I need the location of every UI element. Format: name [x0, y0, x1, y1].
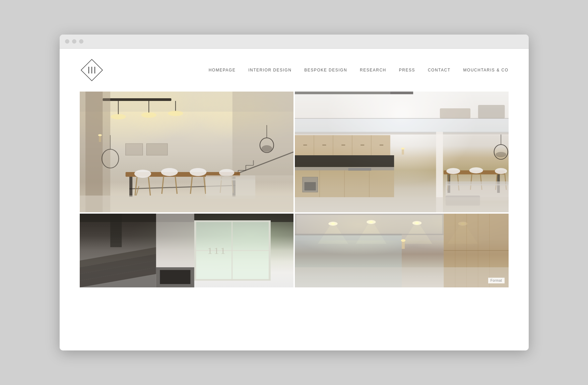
- svg-rect-78: [348, 168, 371, 171]
- svg-marker-131: [447, 226, 478, 244]
- svg-rect-57: [390, 92, 413, 94]
- svg-line-14: [232, 152, 293, 175]
- svg-rect-97: [446, 181, 509, 185]
- svg-rect-109: [194, 220, 196, 281]
- svg-point-123: [369, 221, 373, 223]
- nav-bespoke-design[interactable]: BESPOKE DESIGN: [304, 68, 347, 72]
- svg-rect-24: [85, 92, 103, 212]
- svg-rect-98: [446, 196, 480, 206]
- svg-rect-145: [295, 215, 297, 234]
- svg-rect-142: [295, 267, 509, 287]
- svg-point-80: [401, 148, 404, 150]
- svg-rect-27: [125, 172, 240, 177]
- svg-rect-65: [303, 145, 307, 146]
- svg-rect-112: [194, 279, 270, 281]
- svg-rect-70: [295, 155, 394, 167]
- svg-rect-47: [125, 144, 142, 155]
- svg-point-120: [328, 222, 337, 226]
- svg-rect-100: [80, 214, 156, 287]
- svg-marker-128: [318, 226, 348, 244]
- svg-point-121: [331, 223, 335, 225]
- svg-line-30: [129, 185, 236, 189]
- svg-rect-68: [360, 145, 364, 146]
- svg-point-84: [446, 168, 460, 174]
- svg-marker-130: [402, 225, 432, 244]
- svg-rect-8: [148, 101, 149, 113]
- svg-rect-7: [118, 101, 118, 114]
- svg-line-89: [480, 173, 482, 190]
- svg-rect-106: [110, 214, 122, 247]
- svg-point-26: [98, 134, 102, 136]
- svg-marker-101: [80, 267, 156, 287]
- svg-rect-56: [478, 105, 505, 118]
- svg-line-37: [175, 175, 177, 194]
- svg-rect-69: [379, 145, 383, 146]
- svg-rect-77: [304, 182, 316, 190]
- svg-point-124: [412, 221, 421, 225]
- svg-rect-45: [205, 175, 255, 180]
- svg-marker-103: [80, 254, 156, 274]
- svg-point-31: [134, 170, 151, 178]
- gallery-item-3[interactable]: 111: [80, 214, 293, 287]
- svg-rect-133: [295, 234, 402, 235]
- svg-rect-146: [442, 215, 444, 234]
- svg-rect-13: [232, 92, 293, 175]
- browser-dot-green[interactable]: [79, 39, 83, 44]
- gallery-item-1[interactable]: [80, 92, 293, 212]
- svg-line-43: [232, 176, 233, 193]
- svg-rect-23: [80, 92, 110, 212]
- svg-rect-111: [194, 220, 270, 222]
- nav-homepage[interactable]: HOMEPAGE: [209, 68, 236, 72]
- svg-rect-116: [156, 267, 194, 287]
- svg-rect-44: [205, 179, 255, 199]
- browser-dot-yellow[interactable]: [72, 39, 76, 44]
- svg-line-88: [470, 173, 472, 190]
- gallery-item-4[interactable]: Format: [295, 214, 509, 287]
- svg-point-38: [190, 168, 206, 176]
- svg-rect-76: [302, 177, 318, 192]
- svg-rect-53: [295, 118, 509, 132]
- svg-point-49: [102, 149, 119, 168]
- svg-line-40: [204, 175, 206, 194]
- svg-point-93: [494, 145, 508, 159]
- svg-rect-48: [146, 144, 168, 155]
- svg-rect-119: [295, 214, 509, 240]
- svg-line-34: [136, 186, 139, 196]
- svg-point-90: [495, 168, 507, 174]
- svg-rect-115: [156, 214, 194, 287]
- svg-rect-28: [129, 177, 132, 197]
- nav-press[interactable]: PRESS: [399, 68, 415, 72]
- svg-point-11: [141, 112, 156, 118]
- svg-rect-105: [80, 214, 293, 222]
- svg-point-10: [111, 114, 126, 119]
- svg-point-126: [458, 222, 467, 226]
- svg-rect-143: [295, 214, 444, 215]
- svg-rect-4: [80, 92, 293, 212]
- svg-line-86: [457, 173, 459, 190]
- nav-mouchtaris-co[interactable]: MOUCHTARIS & CO: [463, 68, 509, 72]
- format-badge: Format: [488, 278, 505, 283]
- logo-container[interactable]: [80, 58, 104, 82]
- browser-dot-red[interactable]: [65, 39, 69, 44]
- svg-point-35: [161, 168, 178, 176]
- svg-rect-29: [232, 177, 235, 197]
- svg-rect-6: [103, 98, 171, 101]
- svg-point-125: [415, 222, 418, 224]
- svg-rect-66: [322, 145, 326, 146]
- svg-line-33: [148, 177, 150, 196]
- gallery-grid: 111: [60, 92, 529, 287]
- nav-research[interactable]: RESEARCH: [360, 68, 386, 72]
- svg-marker-129: [356, 224, 386, 244]
- svg-rect-134: [444, 214, 509, 287]
- svg-line-92: [505, 173, 506, 190]
- svg-rect-58: [295, 92, 390, 94]
- gallery-item-2[interactable]: [295, 92, 509, 212]
- nav-contact[interactable]: CONTACT: [428, 68, 451, 72]
- svg-point-22: [261, 145, 272, 152]
- nav-interior-design[interactable]: INTERIOR DESIGN: [248, 68, 291, 72]
- svg-rect-79: [402, 149, 404, 155]
- svg-marker-104: [80, 247, 156, 267]
- svg-point-41: [219, 169, 234, 176]
- svg-rect-55: [440, 108, 470, 118]
- svg-line-32: [135, 177, 137, 196]
